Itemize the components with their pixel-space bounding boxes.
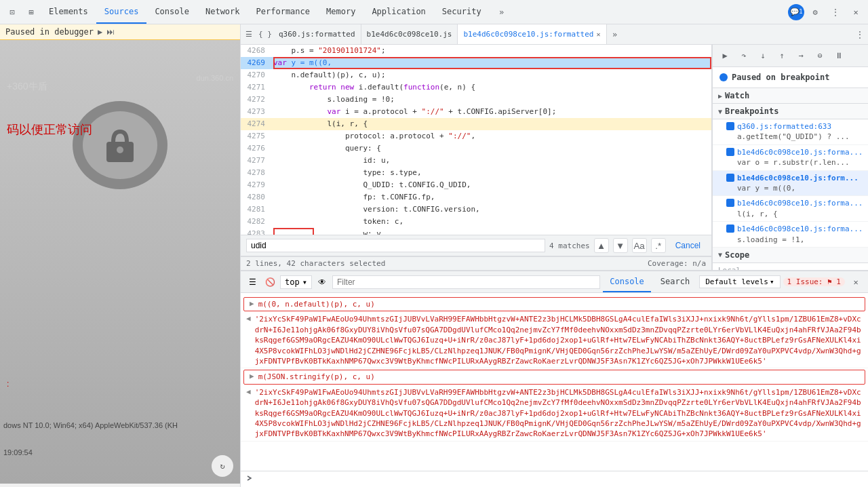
step-over-icon[interactable]: ⏭ [106, 27, 115, 37]
console-expand-2[interactable]: ▶ [250, 372, 254, 381]
source-tab-b1e4d6[interactable]: b1e4d6c0c098ce10.js [361, 24, 458, 44]
coverage-info: Coverage: n/a [648, 259, 706, 268]
tab-security[interactable]: Security [434, 0, 490, 24]
console-text-3: '2ixYcSkF49PaW1FwAEoUo94UhmtszGIjJUBVvLV… [255, 387, 863, 440]
resume-icon[interactable]: ▶ [98, 27, 102, 37]
console-row-2[interactable]: ▶ m(JSON.stringify(p), c, u) [243, 370, 865, 384]
bp-file-4: b1e4d6c0c098ce10.js:forma... [737, 224, 863, 234]
step-into-button[interactable]: ↓ [755, 47, 771, 64]
bp-file-0: q360.js:formatted:633 [737, 121, 850, 132]
more-tabs-icon[interactable]: » [492, 3, 511, 22]
scope-section-header[interactable]: ▼ Scope [713, 248, 868, 263]
customize-icon[interactable]: ⋮ [826, 3, 845, 22]
sources-toggle-icon[interactable]: ☰ [241, 24, 257, 45]
settings-icon[interactable]: ⚙ [806, 3, 825, 22]
debugger-toolbar: ▶ ↷ ↓ ↑ → ⊖ ⏸ [713, 45, 868, 67]
deactivate-breakpoints-button[interactable]: ⊖ [812, 47, 828, 64]
console-input[interactable] [257, 475, 863, 484]
bp-item-0[interactable]: q360.js:formatted:633 a.getItem("Q_UDID"… [713, 119, 868, 145]
default-levels-button[interactable]: Default levels ▾ [699, 275, 780, 288]
step-out-button[interactable]: ↑ [774, 47, 790, 64]
console-row-3[interactable]: ◀ '2ixYcSkF49PaW1FwAEoUo94UhmtszGIjJUBVv… [241, 386, 868, 442]
bp-item-2[interactable]: b1e4d6c0c098ce10.js:form... var y = m((0… [713, 171, 868, 197]
breakpoints-section-header[interactable]: ▼ Breakpoints [713, 104, 868, 119]
bp-code-3: l(i, r, { [737, 209, 863, 219]
bottom-console-area: ☰ 🚫 top ▾ 👁 Console Search [241, 270, 868, 487]
code-line-4280: 4280 fp: t.CONFIG.fp, [241, 191, 711, 203]
code-line-4272: 4272 s.loading = !0; [241, 94, 711, 106]
pause-on-exceptions-button[interactable]: ⏸ [831, 47, 847, 64]
console-row-0[interactable]: ▶ m((0, n.default)(p), c, u) [243, 297, 865, 311]
code-line-4270: 4270 n.default)(p), c, u); [241, 69, 711, 81]
close-tab-icon[interactable]: ✕ [597, 31, 601, 38]
step-over-button[interactable]: ↷ [736, 47, 752, 64]
bp-item-1[interactable]: b1e4d6c0c098ce10.js:forma... var o = r.s… [713, 145, 868, 171]
refresh-button[interactable]: ↻ [212, 455, 233, 477]
close-devtools-icon[interactable]: ✕ [846, 3, 865, 22]
chat-icon[interactable]: 💬1 [788, 4, 804, 20]
code-editor: 4268 p.s = "201901101724"; 4269 var y = … [241, 45, 712, 270]
console-eye-icon[interactable]: 👁 [315, 275, 330, 290]
tab-performance[interactable]: Performance [248, 0, 318, 24]
more-source-tabs-icon[interactable]: » [607, 24, 623, 45]
step-button[interactable]: → [793, 47, 809, 64]
console-text-2: m(JSON.stringify(p), c, u) [258, 372, 375, 382]
tab-application[interactable]: Application [363, 0, 433, 24]
code-line-4277: 4277 id: u, [241, 155, 711, 167]
console-result-0: ◀ [246, 314, 251, 323]
close-console-button[interactable]: ✕ [848, 274, 864, 290]
dock-icon[interactable]: ⊡ [3, 3, 22, 22]
dock-separate-icon[interactable]: ⊞ [22, 3, 41, 22]
paused-dot [719, 73, 728, 81]
watch-triangle: ▶ [718, 92, 722, 100]
console-right-actions: Default levels ▾ 1 Issue: ⚑ 1 ✕ [699, 274, 864, 290]
bp-checkbox-0[interactable] [726, 122, 734, 130]
console-content[interactable]: ▶ m((0, n.default)(p), c, u) ◀ '2ixYcSkF… [241, 293, 868, 471]
bp-checkbox-2[interactable] [726, 174, 734, 182]
source-tab-b1e4d6-fmt[interactable]: b1e4d6c0c098ce10.js:formatted ✕ [458, 24, 606, 44]
console-tab-console[interactable]: Console [603, 271, 651, 292]
bp-checkbox-3[interactable] [726, 199, 734, 207]
case-sensitive-button[interactable]: Aa [632, 238, 647, 253]
console-tab-search[interactable]: Search [654, 271, 696, 292]
console-clear-icon[interactable]: 🚫 [262, 275, 277, 290]
chinese-desc: : [7, 379, 9, 389]
watch-section-header[interactable]: ▶ Watch [713, 88, 868, 104]
search-down-button[interactable]: ▼ [613, 238, 628, 253]
console-expand-0[interactable]: ▶ [250, 299, 254, 308]
console-filter-input[interactable] [332, 275, 600, 289]
scope-label: Scope [725, 250, 749, 260]
resume-button[interactable]: ▶ [717, 47, 733, 64]
bp-item-3[interactable]: b1e4d6c0c098ce10.js:forma... l(i, r, { [713, 196, 868, 222]
bp-checkbox-4[interactable] [726, 225, 734, 233]
bp-triangle: ▼ [718, 108, 722, 115]
regex-button[interactable]: .* [651, 238, 666, 253]
console-text-0: m((0, n.default)(p), c, u) [258, 299, 375, 309]
scope-local-label: Local [713, 263, 868, 270]
top-context-selector[interactable]: top ▾ [280, 275, 312, 289]
tab-network[interactable]: Network [197, 0, 248, 24]
bp-file-1: b1e4d6c0c098ce10.js:forma... [737, 147, 863, 157]
console-row-1[interactable]: ◀ '2ixYcSkF49PaW1FwAEoUo94UhmtszGIjJUBVv… [241, 313, 868, 368]
tab-elements[interactable]: Elements [41, 0, 96, 24]
search-input[interactable] [246, 239, 545, 252]
code-scroll[interactable]: 4268 p.s = "201901101724"; 4269 var y = … [241, 45, 711, 235]
selection-info: 2 lines, 42 characters selected [246, 259, 385, 268]
status-bar: 2 lines, 42 characters selected Coverage… [241, 256, 711, 270]
sources-settings-icon[interactable]: ⋮ [852, 24, 868, 45]
chinese-heading: 码以便正常访问 [7, 121, 92, 138]
tab-sources[interactable]: Sources [96, 0, 147, 24]
console-menu-icon[interactable]: ☰ [245, 275, 260, 290]
search-cancel-button[interactable]: Cancel [670, 239, 706, 252]
devtools-panel: ☰ { } q360.js:formatted b1e4d6c0c098ce10… [241, 24, 868, 487]
sources-format-icon[interactable]: { } [257, 24, 273, 45]
paused-title: Paused on breakpoint [732, 73, 830, 82]
source-tab-q360[interactable]: q360.js:formatted [273, 24, 361, 44]
tab-memory[interactable]: Memory [318, 0, 363, 24]
console-input-row [241, 471, 868, 487]
bp-checkbox-1[interactable] [726, 148, 734, 156]
tab-console[interactable]: Console [146, 0, 197, 24]
bp-item-4[interactable]: b1e4d6c0c098ce10.js:forma... s.loading =… [713, 222, 868, 248]
search-up-button[interactable]: ▲ [594, 238, 609, 253]
bp-code-1: var o = r.substr(r.len... [737, 157, 863, 168]
